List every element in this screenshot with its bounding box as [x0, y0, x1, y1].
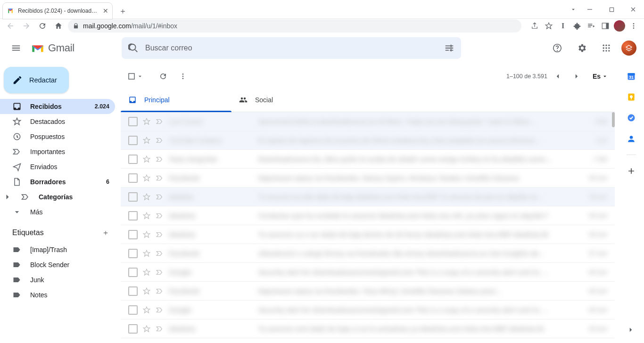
sidebar-item-drafts[interactable]: Borradores 6 [0, 174, 115, 189]
brand[interactable]: Gmail [31, 42, 111, 54]
label-junk[interactable]: Junk [0, 272, 115, 287]
row-checkbox[interactable] [128, 286, 138, 296]
reload-button[interactable] [36, 19, 49, 33]
important-icon[interactable] [156, 212, 164, 220]
sidebar-item-snoozed[interactable]: Pospuestos [0, 129, 115, 144]
row-checkbox[interactable] [128, 136, 138, 145]
row-checkbox[interactable] [128, 324, 138, 334]
important-icon[interactable] [156, 268, 164, 277]
row-checkbox[interactable] [128, 192, 138, 202]
important-icon[interactable] [156, 117, 164, 126]
share-icon[interactable] [528, 19, 541, 33]
sidepanel-collapse-icon[interactable] [625, 324, 636, 335]
playlist-icon[interactable] [585, 19, 598, 33]
important-icon[interactable] [156, 174, 164, 182]
bookmark-star-icon[interactable] [542, 19, 555, 33]
settings-button[interactable] [572, 39, 591, 57]
mail-row[interactable]: FacebookAktualności z usługi Strony na F… [121, 244, 615, 263]
contacts-icon[interactable] [627, 134, 636, 143]
sidebar-item-inbox[interactable]: Recibidos 2.024 [0, 99, 115, 114]
important-icon[interactable] [156, 287, 164, 295]
mail-row[interactable]: Team SnapchatDownloadsource Es, Mira qui… [121, 150, 615, 169]
important-icon[interactable] [156, 155, 164, 163]
search-bar[interactable] [122, 37, 461, 59]
label-notes[interactable]: Notes [0, 287, 115, 302]
profile-avatar-small[interactable] [613, 19, 626, 33]
sidebar-item-starred[interactable]: Destacados [0, 114, 115, 129]
mail-row[interactable]: YouTube CreatorsEl reparto de ingresos d… [121, 131, 615, 150]
compose-button[interactable]: Redactar [4, 67, 69, 93]
sidebar-item-categories[interactable]: Categorías [0, 189, 115, 204]
tab-primary[interactable]: Principal [121, 88, 231, 112]
star-icon[interactable] [142, 136, 151, 145]
page-next-button[interactable] [568, 68, 585, 85]
label-block-sender[interactable]: Block Sender [0, 257, 115, 272]
extension-typography-icon[interactable]: I [556, 19, 570, 33]
mail-row[interactable]: GoogleSecurity alert for downloadsourcen… [121, 263, 615, 282]
search-input[interactable] [145, 44, 438, 52]
important-icon[interactable] [156, 249, 164, 258]
support-button[interactable] [548, 39, 567, 57]
back-button[interactable] [4, 19, 17, 33]
star-icon[interactable] [142, 287, 151, 295]
extensions-icon[interactable] [570, 19, 584, 33]
important-icon[interactable] [156, 136, 164, 145]
star-icon[interactable] [142, 306, 151, 314]
row-checkbox[interactable] [128, 117, 138, 126]
tasks-icon[interactable] [627, 113, 636, 122]
mail-row[interactable]: idealistaTu anuncio ha sido dado de baja… [121, 188, 615, 206]
mail-row[interactable]: idealistaTu anuncio va a ser dado de baj… [121, 225, 615, 244]
important-icon[interactable] [156, 325, 164, 333]
address-bar[interactable]: mail.google.com/mail/u/1/#inbox [68, 19, 521, 33]
sidebar-item-important[interactable]: Importantes [0, 144, 115, 159]
row-checkbox[interactable] [128, 173, 138, 183]
browser-tab[interactable]: Recibidos (2.024) - downloadsou ✕ [3, 3, 112, 19]
mail-row[interactable]: Lee CxxxxxSponsored Article at downloads… [121, 112, 615, 131]
star-icon[interactable] [142, 212, 151, 220]
row-checkbox[interactable] [128, 268, 138, 277]
scrollbar[interactable] [612, 112, 615, 127]
account-avatar[interactable] [621, 41, 636, 56]
add-label-button[interactable]: ＋ [100, 227, 111, 238]
star-icon[interactable] [142, 249, 151, 258]
row-checkbox[interactable] [128, 211, 138, 220]
star-icon[interactable] [142, 174, 151, 182]
refresh-button[interactable] [155, 68, 172, 85]
tab-social[interactable]: Social [231, 88, 342, 112]
get-addons-icon[interactable] [627, 166, 636, 176]
window-minimize-button[interactable] [579, 0, 601, 19]
mail-row[interactable]: FacebookNajnowsze wpisy na Facebooku: Da… [121, 169, 615, 188]
window-close-button[interactable] [622, 0, 644, 19]
keep-icon[interactable] [627, 92, 636, 102]
calendar-icon[interactable]: 31 [627, 72, 636, 81]
new-tab-button[interactable]: ＋ [116, 4, 129, 17]
more-button[interactable] [174, 68, 191, 85]
row-checkbox[interactable] [128, 155, 138, 164]
sidebar-item-sent[interactable]: Enviados [0, 159, 115, 174]
browser-menu-button[interactable] [627, 19, 640, 33]
apps-button[interactable] [597, 39, 616, 57]
star-icon[interactable] [142, 325, 151, 333]
mail-row[interactable]: FacebookNajnowsze wpisy na Facebooku: To… [121, 282, 615, 301]
forward-button[interactable] [20, 19, 33, 33]
home-button[interactable] [52, 19, 65, 33]
row-checkbox[interactable] [128, 230, 138, 239]
star-icon[interactable] [142, 117, 151, 126]
window-maximize-button[interactable] [601, 0, 622, 19]
select-all-checkbox[interactable] [127, 72, 143, 81]
important-icon[interactable] [156, 193, 164, 201]
close-tab-icon[interactable]: ✕ [103, 7, 108, 15]
sidepanel-toggle-icon[interactable] [599, 19, 612, 33]
important-icon[interactable] [156, 306, 164, 314]
search-options-icon[interactable] [444, 43, 454, 53]
page-prev-button[interactable] [549, 68, 566, 85]
mail-row[interactable]: idealistaContactos que ha recibido tu an… [121, 206, 615, 225]
star-icon[interactable] [142, 155, 151, 163]
main-menu-button[interactable] [6, 38, 26, 58]
mail-row[interactable]: idealistaTu anuncio será dado de baja si… [121, 319, 615, 338]
row-checkbox[interactable] [128, 305, 138, 315]
star-icon[interactable] [142, 193, 151, 201]
important-icon[interactable] [156, 230, 164, 239]
row-checkbox[interactable] [128, 249, 138, 258]
star-icon[interactable] [142, 268, 151, 277]
